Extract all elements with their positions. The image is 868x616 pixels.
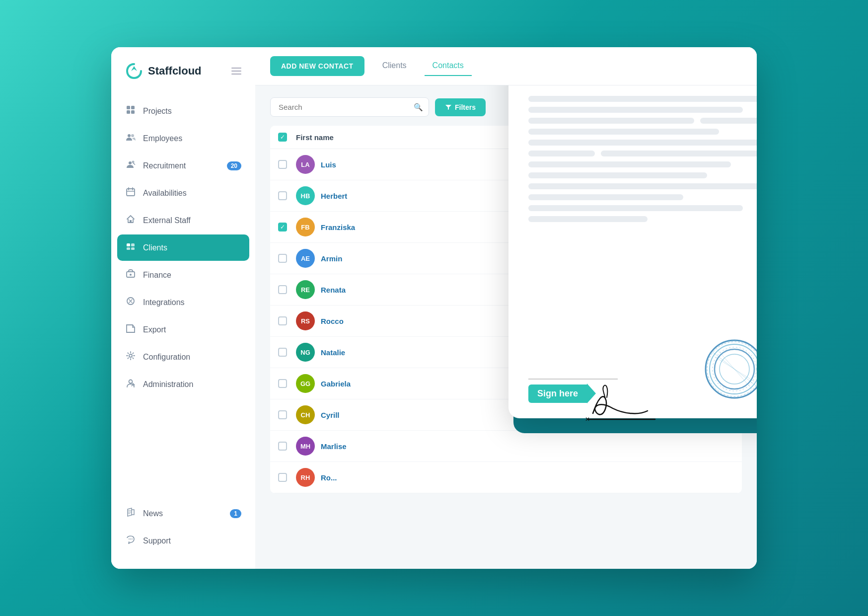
tab-clients[interactable]: Clients xyxy=(374,56,415,76)
filter-button[interactable]: Filters xyxy=(435,98,486,116)
svg-text:✕: ✕ xyxy=(585,416,590,423)
sidebar-label-clients: Clients xyxy=(143,243,167,252)
contract-line xyxy=(601,151,757,156)
contract-line xyxy=(528,129,719,135)
avatar-armin: AE xyxy=(296,249,315,268)
employees-icon xyxy=(125,132,136,145)
contract-line xyxy=(528,205,743,211)
sidebar-item-configuration[interactable]: Configuration xyxy=(117,344,249,370)
sidebar-item-administration[interactable]: Administration xyxy=(117,371,249,397)
row-checkbox-gabriela[interactable] xyxy=(278,379,287,388)
avatar-natalie: NG xyxy=(296,343,315,362)
svg-point-7 xyxy=(132,161,135,163)
svg-rect-8 xyxy=(127,189,135,196)
row-checkbox-cyrill[interactable] xyxy=(278,410,287,419)
sign-area: Sign here ✕ xyxy=(528,327,757,403)
sidebar-item-finance[interactable]: Finance xyxy=(117,262,249,288)
sidebar-item-integrations[interactable]: Integrations xyxy=(117,289,249,315)
contract-card: Employment Contract xyxy=(508,85,757,418)
svg-line-31 xyxy=(717,349,752,389)
external-staff-icon xyxy=(125,214,136,227)
row-checkbox-franziska[interactable] xyxy=(278,223,287,231)
sidebar-item-news[interactable]: News 1 xyxy=(117,500,249,527)
row-name-cyrill: Cyrill xyxy=(321,411,340,419)
sidebar-label-support: Support xyxy=(143,537,171,545)
avatar-herbert: HB xyxy=(296,186,315,205)
support-icon xyxy=(125,535,136,547)
sidebar-nav: Projects Employees Recruitment 20 xyxy=(111,98,255,500)
sidebar-label-availabilities: Availabilities xyxy=(143,189,187,198)
contract-lines xyxy=(528,96,757,327)
row-name-gabriela: Gabriela xyxy=(321,380,351,388)
sidebar-item-support[interactable]: Support xyxy=(117,528,249,554)
avatar-ro: RH xyxy=(296,468,315,487)
news-badge: 1 xyxy=(230,509,241,518)
avatar-rocco: RS xyxy=(296,311,315,330)
sidebar-label-finance: Finance xyxy=(143,271,171,280)
contract-line xyxy=(528,140,757,146)
integrations-icon xyxy=(125,296,136,308)
row-checkbox-renata[interactable] xyxy=(278,285,287,294)
svg-point-4 xyxy=(128,134,131,137)
sidebar: Staffcloud Projects Employees xyxy=(111,47,255,569)
add-new-contact-button[interactable]: ADD NEW CONTACT xyxy=(270,56,364,76)
row-name-marlise: Marlise xyxy=(321,442,347,451)
sidebar-item-external-staff[interactable]: External Staff xyxy=(117,207,249,233)
svg-rect-13 xyxy=(131,247,135,250)
contract-line xyxy=(700,118,757,124)
projects-icon xyxy=(125,105,136,117)
table-row[interactable]: RH Ro... xyxy=(270,462,742,493)
contract-line-row xyxy=(528,151,757,156)
svg-point-5 xyxy=(131,134,134,137)
row-name-luis: Luis xyxy=(321,160,336,169)
row-name-natalie: Natalie xyxy=(321,348,345,357)
svg-rect-10 xyxy=(127,243,130,246)
select-all-checkbox[interactable] xyxy=(278,133,287,142)
configuration-icon xyxy=(125,351,136,363)
recruitment-badge: 20 xyxy=(227,161,241,170)
row-name-renata: Renata xyxy=(321,286,346,294)
recruitment-icon xyxy=(125,159,136,172)
row-checkbox-ro[interactable] xyxy=(278,473,287,482)
app-window: Staffcloud Projects Employees xyxy=(111,47,757,569)
stamp-svg xyxy=(702,337,757,401)
sidebar-item-projects[interactable]: Projects xyxy=(117,98,249,124)
sidebar-label-export: Export xyxy=(143,325,166,334)
filter-icon xyxy=(445,104,452,111)
row-checkbox-marlise[interactable] xyxy=(278,442,287,451)
row-checkbox-rocco[interactable] xyxy=(278,316,287,325)
hamburger-menu[interactable] xyxy=(231,68,241,75)
row-checkbox-herbert[interactable] xyxy=(278,191,287,200)
sidebar-item-clients[interactable]: Clients xyxy=(117,234,249,261)
sidebar-item-employees[interactable]: Employees xyxy=(117,125,249,152)
tab-contacts[interactable]: Contacts xyxy=(425,56,472,76)
finance-icon xyxy=(125,269,136,281)
contract-line xyxy=(528,172,707,178)
avatar-marlise: MH xyxy=(296,437,315,456)
avatar-luis: LA xyxy=(296,155,315,174)
sidebar-item-export[interactable]: Export xyxy=(117,316,249,343)
row-checkbox-luis[interactable] xyxy=(278,160,287,169)
sidebar-label-news: News xyxy=(143,509,163,518)
sidebar-label-administration: Administration xyxy=(143,380,193,389)
signature-drawing: ✕ xyxy=(578,384,667,423)
sidebar-item-recruitment[interactable]: Recruitment 20 xyxy=(117,153,249,179)
avatar-franziska: FB xyxy=(296,218,315,236)
svg-rect-2 xyxy=(127,110,130,114)
sign-line xyxy=(528,379,618,380)
table-row[interactable]: MH Marlise xyxy=(270,431,742,462)
contract-line xyxy=(528,183,757,189)
sidebar-item-availabilities[interactable]: Availabilities xyxy=(117,180,249,206)
row-name-franziska: Franziska xyxy=(321,223,355,231)
svg-rect-9 xyxy=(130,220,132,223)
row-name-herbert: Herbert xyxy=(321,192,347,200)
export-icon xyxy=(125,323,136,336)
search-input[interactable] xyxy=(270,97,429,117)
row-checkbox-armin[interactable] xyxy=(278,254,287,263)
row-checkbox-natalie[interactable] xyxy=(278,348,287,357)
stamp-section xyxy=(702,337,757,403)
contract-line xyxy=(528,151,595,156)
clients-icon xyxy=(125,241,136,254)
contract-line-row xyxy=(528,118,757,124)
search-icon[interactable]: 🔍 xyxy=(414,103,423,112)
